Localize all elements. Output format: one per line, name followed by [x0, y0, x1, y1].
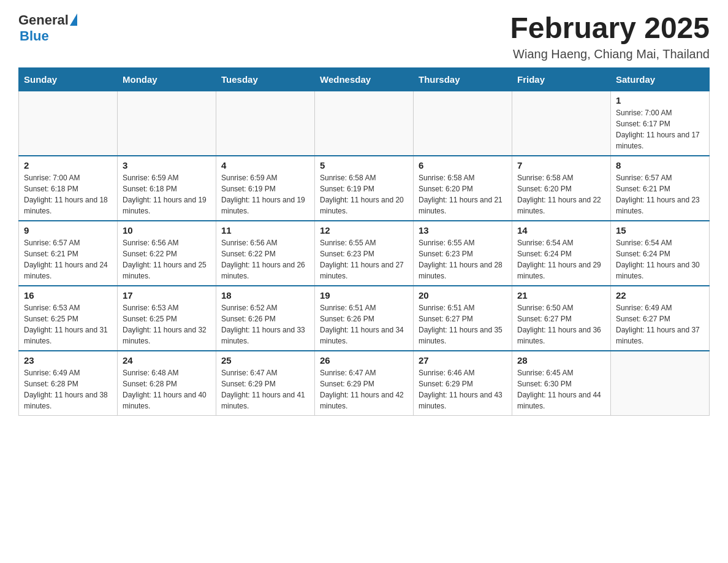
- calendar-day-cell: 23Sunrise: 6:49 AMSunset: 6:28 PMDayligh…: [19, 351, 118, 416]
- day-number: 10: [123, 225, 211, 236]
- day-info: Sunrise: 6:55 AMSunset: 6:23 PMDaylight:…: [320, 237, 408, 282]
- calendar-day-cell: 11Sunrise: 6:56 AMSunset: 6:22 PMDayligh…: [216, 221, 315, 286]
- calendar-day-cell: 12Sunrise: 6:55 AMSunset: 6:23 PMDayligh…: [315, 221, 414, 286]
- day-number: 17: [123, 290, 211, 301]
- logo-triangle-icon: [70, 13, 77, 26]
- day-info: Sunrise: 6:51 AMSunset: 6:26 PMDaylight:…: [320, 302, 408, 347]
- calendar-day-cell: 10Sunrise: 6:56 AMSunset: 6:22 PMDayligh…: [118, 221, 216, 286]
- day-info: Sunrise: 7:00 AMSunset: 6:17 PMDaylight:…: [616, 107, 704, 151]
- calendar-day-cell: [414, 91, 512, 156]
- day-number: 26: [320, 355, 408, 366]
- calendar-week-row: 23Sunrise: 6:49 AMSunset: 6:28 PMDayligh…: [19, 351, 710, 416]
- calendar-day-cell: 5Sunrise: 6:58 AMSunset: 6:19 PMDaylight…: [315, 156, 414, 221]
- day-number: 16: [24, 290, 112, 301]
- calendar-day-cell: 26Sunrise: 6:47 AMSunset: 6:29 PMDayligh…: [315, 351, 414, 416]
- weekday-header-tuesday: Tuesday: [216, 67, 315, 91]
- day-number: 20: [419, 290, 507, 301]
- day-info: Sunrise: 6:54 AMSunset: 6:24 PMDaylight:…: [616, 237, 704, 282]
- calendar-day-cell: 15Sunrise: 6:54 AMSunset: 6:24 PMDayligh…: [611, 221, 710, 286]
- logo: General Blue: [18, 12, 77, 44]
- day-info: Sunrise: 6:48 AMSunset: 6:28 PMDaylight:…: [123, 367, 211, 412]
- day-number: 11: [221, 225, 309, 236]
- day-number: 21: [517, 290, 605, 301]
- day-info: Sunrise: 6:49 AMSunset: 6:27 PMDaylight:…: [616, 302, 704, 347]
- calendar-week-row: 16Sunrise: 6:53 AMSunset: 6:25 PMDayligh…: [19, 286, 710, 351]
- location-subtitle: Wiang Haeng, Chiang Mai, Thailand: [510, 47, 710, 61]
- calendar-day-cell: 17Sunrise: 6:53 AMSunset: 6:25 PMDayligh…: [118, 286, 216, 351]
- calendar-day-cell: 9Sunrise: 6:57 AMSunset: 6:21 PMDaylight…: [19, 221, 118, 286]
- calendar-day-cell: [611, 351, 710, 416]
- calendar-day-cell: 25Sunrise: 6:47 AMSunset: 6:29 PMDayligh…: [216, 351, 315, 416]
- calendar-week-row: 9Sunrise: 6:57 AMSunset: 6:21 PMDaylight…: [19, 221, 710, 286]
- day-info: Sunrise: 6:59 AMSunset: 6:19 PMDaylight:…: [221, 172, 309, 216]
- day-info: Sunrise: 6:56 AMSunset: 6:22 PMDaylight:…: [221, 237, 309, 282]
- weekday-header-saturday: Saturday: [611, 67, 710, 91]
- calendar-day-cell: 13Sunrise: 6:55 AMSunset: 6:23 PMDayligh…: [414, 221, 512, 286]
- calendar-day-cell: 14Sunrise: 6:54 AMSunset: 6:24 PMDayligh…: [512, 221, 611, 286]
- calendar-day-cell: [216, 91, 315, 156]
- title-section: February 2025 Wiang Haeng, Chiang Mai, T…: [510, 12, 710, 61]
- calendar-day-cell: 16Sunrise: 6:53 AMSunset: 6:25 PMDayligh…: [19, 286, 118, 351]
- day-number: 1: [616, 95, 704, 105]
- day-info: Sunrise: 7:00 AMSunset: 6:18 PMDaylight:…: [24, 172, 112, 216]
- page-header: General Blue February 2025 Wiang Haeng, …: [18, 12, 710, 61]
- calendar-day-cell: [118, 91, 216, 156]
- weekday-header-row: SundayMondayTuesdayWednesdayThursdayFrid…: [19, 67, 710, 91]
- calendar-day-cell: [19, 91, 118, 156]
- day-info: Sunrise: 6:56 AMSunset: 6:22 PMDaylight:…: [123, 237, 211, 282]
- day-number: 6: [419, 160, 507, 170]
- day-number: 4: [221, 160, 309, 170]
- day-number: 15: [616, 225, 704, 236]
- calendar-day-cell: 6Sunrise: 6:58 AMSunset: 6:20 PMDaylight…: [414, 156, 512, 221]
- day-number: 18: [221, 290, 309, 301]
- day-info: Sunrise: 6:53 AMSunset: 6:25 PMDaylight:…: [24, 302, 112, 347]
- calendar-day-cell: 19Sunrise: 6:51 AMSunset: 6:26 PMDayligh…: [315, 286, 414, 351]
- weekday-header-friday: Friday: [512, 67, 611, 91]
- day-info: Sunrise: 6:51 AMSunset: 6:27 PMDaylight:…: [419, 302, 507, 347]
- weekday-header-monday: Monday: [118, 67, 216, 91]
- day-number: 7: [517, 160, 605, 170]
- day-info: Sunrise: 6:50 AMSunset: 6:27 PMDaylight:…: [517, 302, 605, 347]
- day-info: Sunrise: 6:59 AMSunset: 6:18 PMDaylight:…: [123, 172, 211, 216]
- calendar-week-row: 1Sunrise: 7:00 AMSunset: 6:17 PMDaylight…: [19, 91, 710, 156]
- calendar-day-cell: 8Sunrise: 6:57 AMSunset: 6:21 PMDaylight…: [611, 156, 710, 221]
- calendar-day-cell: 27Sunrise: 6:46 AMSunset: 6:29 PMDayligh…: [414, 351, 512, 416]
- day-info: Sunrise: 6:47 AMSunset: 6:29 PMDaylight:…: [221, 367, 309, 412]
- day-number: 22: [616, 290, 704, 301]
- day-number: 12: [320, 225, 408, 236]
- calendar-day-cell: 18Sunrise: 6:52 AMSunset: 6:26 PMDayligh…: [216, 286, 315, 351]
- day-info: Sunrise: 6:58 AMSunset: 6:19 PMDaylight:…: [320, 172, 408, 216]
- calendar-day-cell: 1Sunrise: 7:00 AMSunset: 6:17 PMDaylight…: [611, 91, 710, 156]
- day-number: 28: [517, 355, 605, 366]
- month-year-title: February 2025: [510, 12, 710, 45]
- weekday-header-sunday: Sunday: [19, 67, 118, 91]
- weekday-header-thursday: Thursday: [414, 67, 512, 91]
- calendar-day-cell: [315, 91, 414, 156]
- day-info: Sunrise: 6:54 AMSunset: 6:24 PMDaylight:…: [517, 237, 605, 282]
- calendar-day-cell: 21Sunrise: 6:50 AMSunset: 6:27 PMDayligh…: [512, 286, 611, 351]
- calendar-day-cell: 4Sunrise: 6:59 AMSunset: 6:19 PMDaylight…: [216, 156, 315, 221]
- day-info: Sunrise: 6:49 AMSunset: 6:28 PMDaylight:…: [24, 367, 112, 412]
- day-info: Sunrise: 6:53 AMSunset: 6:25 PMDaylight:…: [123, 302, 211, 347]
- day-info: Sunrise: 6:47 AMSunset: 6:29 PMDaylight:…: [320, 367, 408, 412]
- calendar-day-cell: 3Sunrise: 6:59 AMSunset: 6:18 PMDaylight…: [118, 156, 216, 221]
- day-number: 27: [419, 355, 507, 366]
- day-number: 5: [320, 160, 408, 170]
- day-info: Sunrise: 6:58 AMSunset: 6:20 PMDaylight:…: [517, 172, 605, 216]
- day-info: Sunrise: 6:45 AMSunset: 6:30 PMDaylight:…: [517, 367, 605, 412]
- calendar-day-cell: 20Sunrise: 6:51 AMSunset: 6:27 PMDayligh…: [414, 286, 512, 351]
- day-info: Sunrise: 6:52 AMSunset: 6:26 PMDaylight:…: [221, 302, 309, 347]
- day-info: Sunrise: 6:58 AMSunset: 6:20 PMDaylight:…: [419, 172, 507, 216]
- day-number: 2: [24, 160, 112, 170]
- logo-blue-text: Blue: [20, 28, 49, 44]
- calendar-table: SundayMondayTuesdayWednesdayThursdayFrid…: [18, 67, 710, 416]
- calendar-day-cell: 22Sunrise: 6:49 AMSunset: 6:27 PMDayligh…: [611, 286, 710, 351]
- day-number: 24: [123, 355, 211, 366]
- calendar-day-cell: 2Sunrise: 7:00 AMSunset: 6:18 PMDaylight…: [19, 156, 118, 221]
- day-number: 3: [123, 160, 211, 170]
- calendar-day-cell: 24Sunrise: 6:48 AMSunset: 6:28 PMDayligh…: [118, 351, 216, 416]
- day-info: Sunrise: 6:57 AMSunset: 6:21 PMDaylight:…: [24, 237, 112, 282]
- logo-general-text: General: [18, 12, 69, 28]
- day-number: 25: [221, 355, 309, 366]
- day-number: 9: [24, 225, 112, 236]
